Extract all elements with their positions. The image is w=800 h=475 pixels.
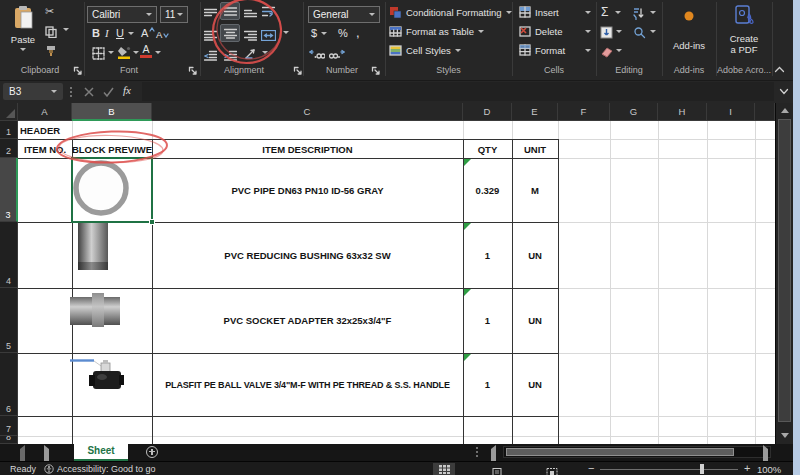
cell-c5[interactable]: PVC SOCKET ADAPTER 32x25x3/4"F [152,288,463,353]
align-middle-button[interactable] [220,2,240,20]
horizontal-scrollbar[interactable] [503,446,771,458]
format-cells-button[interactable]: Format [519,44,591,56]
vertical-scrollbar[interactable] [775,103,793,444]
formula-bar-handle[interactable] [70,87,72,89]
accounting-dropdown-icon[interactable] [321,32,327,35]
tab-bar-handle[interactable] [476,447,478,449]
sort-filter-button[interactable] [632,6,646,24]
accessibility-icon[interactable] [44,464,54,474]
shape-socket-adapter[interactable] [68,291,122,329]
underline-button[interactable]: U [116,27,124,39]
conditional-formatting-button[interactable]: Conditional Formatting [389,6,512,19]
col-header-f[interactable]: F [558,103,610,121]
fill-color-dropdown-icon[interactable] [133,51,139,54]
zoom-out-button[interactable]: − [588,462,594,474]
vertical-scroll-thumb[interactable] [778,119,791,422]
cell-c6[interactable]: PLASFIT PE BALL VALVE 3/4"M-F WITH PE TH… [152,353,463,416]
cell-styles-button[interactable]: Cell Styles [389,44,461,57]
find-select-button[interactable] [633,25,646,43]
fill-dropdown-icon[interactable] [616,30,622,33]
increase-indent-button[interactable] [224,47,237,65]
row-header-2[interactable]: 2 [0,139,18,158]
cell-d6[interactable]: 1 [463,353,512,416]
clipboard-dialog-launcher[interactable] [73,66,82,75]
fill-button[interactable] [600,25,613,43]
autosum-button[interactable]: Σ [601,5,608,19]
col-header-i[interactable]: I [707,103,755,121]
shrink-font-button[interactable]: A [156,29,162,40]
decrease-indent-button[interactable] [204,47,217,65]
insert-function-button[interactable]: fx [123,84,131,96]
borders-button[interactable] [92,46,105,64]
cell-c2[interactable]: ITEM DESCRIPTION [152,140,463,158]
col-header-g[interactable]: G [610,103,658,121]
percent-style-button[interactable]: % [338,27,348,39]
insert-cells-button[interactable]: Insert [519,6,591,18]
cell-d5[interactable]: 1 [463,288,512,353]
clear-dropdown-icon[interactable] [616,49,622,52]
formula-input[interactable] [142,82,774,101]
row-header-1[interactable]: 1 [0,121,18,139]
zoom-slider-thumb[interactable] [700,464,704,474]
horizontal-scroll-thumb[interactable] [506,448,734,456]
align-top-button[interactable] [204,5,217,23]
zoom-slider-track[interactable] [600,469,738,471]
font-color-dropdown-icon[interactable] [155,51,161,54]
wrap-text-button[interactable] [262,4,276,22]
zoom-level[interactable]: 100% [757,464,781,475]
font-color-button[interactable]: A [140,44,152,58]
clear-button[interactable] [600,44,613,62]
new-sheet-button[interactable] [146,446,158,458]
row-header-6[interactable]: 6 [0,353,18,416]
row-header-3[interactable]: 3 [0,158,18,222]
cell-e4[interactable]: UN [512,222,558,288]
font-dialog-launcher[interactable] [188,66,197,75]
row-header-7[interactable]: 7 [0,416,18,436]
borders-dropdown-icon[interactable] [108,51,114,54]
alignment-dialog-launcher[interactable] [293,66,302,75]
cell-d3[interactable]: 0.329 [463,158,512,222]
cell-c3[interactable]: PVC PIPE DN63 PN10 ID-56 GRAY [152,158,463,222]
page-layout-view-button[interactable] [491,464,503,475]
collapse-ribbon-button[interactable] [774,66,785,73]
row-header-4[interactable]: 4 [0,222,18,288]
orientation-button[interactable] [245,46,259,64]
italic-button[interactable]: I [105,27,109,39]
sheet-tab-active[interactable]: Sheet [74,444,128,461]
grow-font-button[interactable]: A [141,27,148,39]
row-header-5[interactable]: 5 [0,288,18,353]
zoom-in-button[interactable]: + [744,462,750,474]
cell-d4[interactable]: 1 [463,222,512,288]
enter-button[interactable] [103,87,114,97]
col-header-b[interactable]: B [72,103,152,121]
number-format-combo[interactable]: General [308,6,380,23]
font-name-combo[interactable]: Calibri [87,6,157,23]
addins-button[interactable]: Add-ins [664,8,714,51]
copy-dropdown-icon[interactable] [63,28,69,31]
merge-center-button[interactable] [261,27,276,45]
font-size-combo[interactable]: 11 [160,6,188,23]
sort-filter-dropdown-icon[interactable] [650,11,656,14]
create-pdf-button[interactable]: Create a PDF [718,5,770,55]
col-header-d[interactable]: D [463,103,512,121]
align-center-button[interactable] [220,24,240,42]
cell-e3[interactable]: M [512,158,558,222]
accessibility-status[interactable]: Accessibility: Good to go [57,464,156,474]
cell-e6[interactable]: UN [512,353,558,416]
cancel-button[interactable] [84,87,94,97]
normal-view-button[interactable] [433,463,455,475]
formula-bar-expand-icon[interactable] [779,88,789,95]
underline-dropdown-icon[interactable] [128,32,134,35]
selection-fill-handle[interactable] [149,219,155,225]
cell-c4[interactable]: PVC REDUCING BUSHING 63x32 SW [152,222,463,288]
scroll-up-button[interactable] [776,103,793,118]
comma-style-button[interactable]: , [356,25,360,40]
cell-d2[interactable]: QTY [463,140,512,158]
row-header-8[interactable]: 8 [0,436,18,444]
cell-a2[interactable]: ITEM NO. [18,140,72,158]
cell-e5[interactable]: UN [512,288,558,353]
accounting-format-button[interactable]: $ [311,27,317,39]
bold-button[interactable]: B [92,27,100,39]
format-as-table-button[interactable]: Format as Table [389,25,484,38]
cell-e2[interactable]: UNIT [512,140,558,158]
